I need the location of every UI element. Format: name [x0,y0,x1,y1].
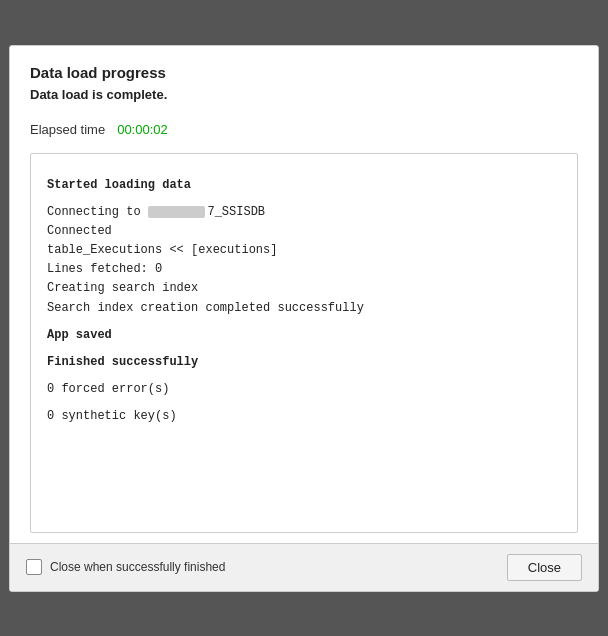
log-connected: Connected [47,222,561,241]
elapsed-value: 00:00:02 [117,122,168,137]
dialog-subtitle: Data load is complete. [30,87,578,102]
log-lines: Lines fetched: 0 [47,260,561,279]
footer-left: Close when successfully finished [26,559,225,575]
log-started: Started loading data [47,176,561,195]
data-load-dialog: Data load progress Data load is complete… [9,45,599,592]
log-app-saved: App saved [47,326,561,345]
log-errors: 0 forced error(s) [47,380,561,399]
log-creating: Creating search index [47,279,561,298]
log-keys: 0 synthetic key(s) [47,407,561,426]
log-connecting: Connecting to 7_SSISDB [47,203,561,222]
dialog-body: Data load progress Data load is complete… [10,46,598,543]
elapsed-label: Elapsed time [30,122,105,137]
log-search-done: Search index creation completed successf… [47,299,561,318]
log-table: table_Executions << [executions] [47,241,561,260]
elapsed-row: Elapsed time 00:00:02 [30,122,578,137]
log-area: Started loading data Connecting to 7_SSI… [30,153,578,533]
close-button[interactable]: Close [507,554,582,581]
dialog-title: Data load progress [30,64,578,81]
close-checkbox-label: Close when successfully finished [50,560,225,574]
dialog-footer: Close when successfully finished Close [10,543,598,591]
log-finished: Finished successfully [47,353,561,372]
close-checkbox[interactable] [26,559,42,575]
